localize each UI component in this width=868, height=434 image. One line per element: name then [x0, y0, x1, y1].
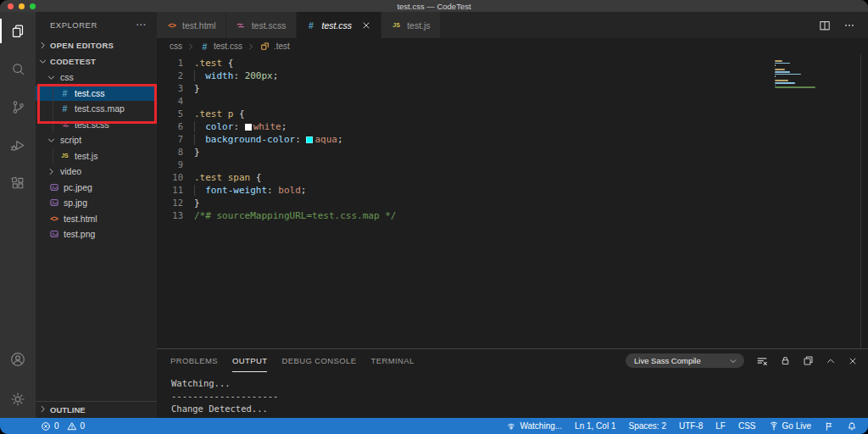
workspace-root-section[interactable]: CODETEST	[36, 53, 157, 70]
code-line-4: 4	[157, 95, 868, 108]
zoom-window-button[interactable]	[30, 3, 36, 9]
panel-tab-terminal[interactable]: TERMINAL	[371, 349, 415, 372]
problems-status[interactable]: 0 0	[41, 421, 85, 431]
minimap-line	[775, 71, 790, 73]
code-line-10: 10.test span {	[157, 171, 868, 184]
open-editors-section[interactable]: OPEN EDITORS	[36, 37, 157, 53]
notifications-status[interactable]	[847, 421, 857, 431]
go-live-status[interactable]: Go Live	[769, 421, 811, 431]
close-tab-icon[interactable]	[361, 20, 371, 31]
panel-tab-output[interactable]: OUTPUT	[232, 349, 267, 372]
open-output-in-editor-icon[interactable]	[803, 355, 814, 366]
file-sp-jpg[interactable]: sp.jpg	[36, 195, 157, 211]
breadcrumb-item-css[interactable]: css	[170, 42, 182, 51]
warning-count: 0	[81, 421, 86, 431]
activity-bar-settings[interactable]	[0, 380, 36, 418]
maximize-panel-icon[interactable]	[826, 356, 836, 366]
minimap-line	[775, 64, 776, 66]
color-swatch[interactable]	[306, 136, 313, 143]
breadcrumb-label: test.css	[214, 42, 242, 51]
files-icon	[8, 22, 27, 41]
code-line-7: 7 background-color: aqua;	[157, 133, 868, 146]
file-tree: css#test.css#test.css.maptest.scssscript…	[36, 70, 157, 242]
error-icon	[41, 421, 51, 431]
activity-bar-explorer[interactable]	[0, 12, 36, 50]
sass-watching-status[interactable]: Watching...	[506, 421, 562, 431]
chevron-down-icon	[47, 73, 56, 82]
file-label: test.js	[75, 151, 97, 161]
code-line-1: 1.test {	[157, 57, 868, 70]
breadcrumb-item--test[interactable]: .test	[259, 42, 290, 51]
panel-tab-problems[interactable]: PROBLEMS	[170, 349, 218, 372]
vscode-window: test.css — CodeTest EXPLORER ⋯ OPEN EDIT…	[0, 0, 868, 434]
watch-broadcast-icon	[506, 421, 516, 431]
tab-label: test.scss	[252, 20, 287, 31]
explorer-more-actions-button[interactable]: ⋯	[136, 19, 147, 31]
run-debug-icon	[9, 136, 27, 154]
encoding-status[interactable]: UTF-8	[679, 421, 703, 431]
broadcast-tower-icon	[769, 421, 779, 431]
lock-scroll-icon[interactable]	[780, 355, 791, 366]
activity-bar-accounts[interactable]	[0, 340, 36, 378]
tab-test-html[interactable]: <>test.html	[157, 12, 226, 38]
tab-test-scss[interactable]: test.scss	[226, 12, 297, 38]
sass-file-icon	[236, 20, 247, 31]
minimap[interactable]	[775, 60, 815, 88]
indentation-status[interactable]: Spaces: 2	[628, 421, 665, 431]
language-mode-status[interactable]: CSS	[738, 421, 756, 431]
activity-bar-search[interactable]	[0, 50, 36, 88]
minimap-line	[775, 60, 782, 62]
tab-test-js[interactable]: JStest.js	[381, 12, 440, 38]
file-test-css-map[interactable]: #test.css.map	[36, 101, 157, 117]
minimap-line	[775, 80, 788, 81]
sass-watching-label: Watching...	[520, 421, 562, 431]
css-file-icon: #	[59, 88, 70, 98]
file-pc-jpeg[interactable]: pc.jpeg	[36, 180, 157, 196]
breadcrumb-label: css	[170, 42, 182, 51]
line-number: 3	[157, 82, 183, 95]
file-test-png[interactable]: test.png	[36, 226, 157, 242]
accounts-icon	[8, 350, 27, 369]
breadcrumb-item-test-css[interactable]: #test.css	[199, 42, 242, 52]
tab-label: test.html	[182, 20, 216, 31]
line-number: 2	[157, 70, 183, 82]
split-editor-icon[interactable]	[819, 19, 831, 31]
folder-script[interactable]: script	[36, 132, 157, 148]
file-test-js[interactable]: JStest.js	[36, 148, 157, 164]
chevron-right-icon	[38, 404, 47, 415]
close-panel-icon[interactable]	[848, 356, 858, 366]
feedback-status[interactable]	[824, 421, 834, 431]
folder-video[interactable]: video	[36, 164, 157, 180]
panel-tab-debug-console[interactable]: DEBUG CONSOLE	[281, 349, 356, 372]
close-window-button[interactable]	[8, 3, 14, 9]
line-number: 9	[157, 159, 183, 171]
outline-section[interactable]: OUTLINE	[36, 401, 157, 418]
code-editor[interactable]: 1.test {2 width: 200px;3}45.test p {6 co…	[157, 54, 868, 348]
clear-output-icon[interactable]	[756, 355, 768, 367]
eol-status[interactable]: LF	[715, 421, 726, 431]
file-label: test.css.map	[75, 103, 125, 114]
editor-more-actions-icon[interactable]	[843, 19, 855, 31]
color-swatch[interactable]	[245, 124, 252, 131]
output-channel-dropdown[interactable]: Live Sass Compile	[626, 353, 744, 368]
tab-test-css[interactable]: #test.css	[297, 12, 382, 38]
js-file-icon: JS	[59, 153, 70, 159]
outline-label: OUTLINE	[50, 405, 86, 415]
file-test-css[interactable]: #test.css	[36, 86, 157, 102]
activity-bar-source-control[interactable]	[0, 88, 36, 126]
cursor-position-status[interactable]: Ln 1, Col 1	[575, 421, 615, 431]
indentation-label: Spaces: 2	[628, 421, 665, 431]
folder-css[interactable]: css	[36, 70, 157, 86]
source-control-icon	[9, 98, 27, 116]
file-test-scss[interactable]: test.scss	[36, 117, 157, 133]
line-number: 1	[157, 57, 183, 70]
chevron-down-icon	[38, 57, 47, 66]
bell-icon	[847, 421, 857, 431]
activity-bar-run-debug[interactable]	[0, 126, 36, 164]
file-test-html[interactable]: <>test.html	[36, 211, 157, 227]
minimize-window-button[interactable]	[19, 3, 25, 9]
activity-bar-extensions[interactable]	[0, 164, 36, 203]
flag-icon	[824, 421, 834, 431]
output-channel-value: Live Sass Compile	[634, 356, 701, 365]
file-label: sp.jpg	[64, 198, 87, 208]
